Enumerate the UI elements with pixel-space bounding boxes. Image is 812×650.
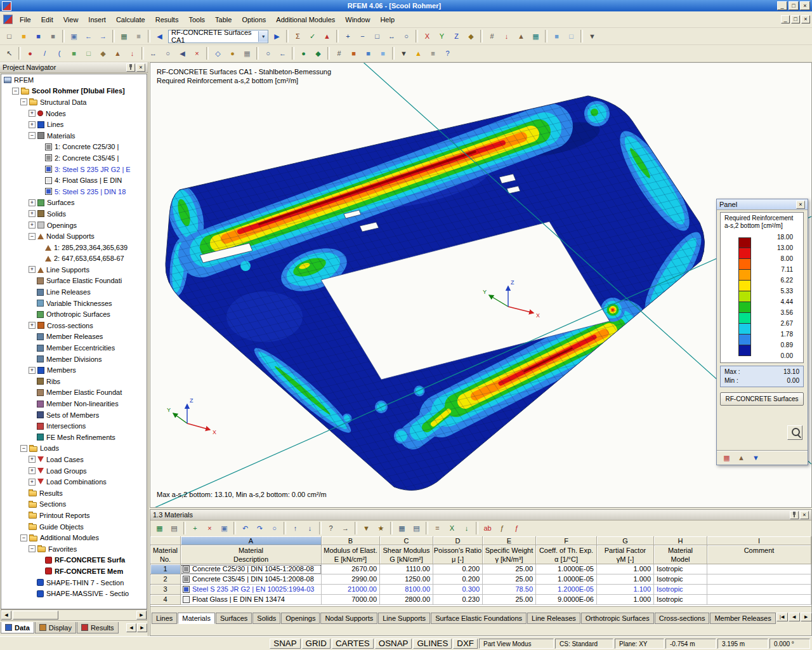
tree-item[interactable]: −Nodal Supports xyxy=(1,230,147,242)
cell-value[interactable]: 21000.00 xyxy=(322,585,380,595)
statusbar-toggle-osnap[interactable]: OSNAP xyxy=(375,639,412,649)
zoom-window-button[interactable]: □ xyxy=(370,29,384,43)
table-tab-member-releases[interactable]: Member Releases xyxy=(710,613,775,624)
tree-item[interactable]: +Openings xyxy=(1,220,147,231)
view-z-button[interactable]: Z xyxy=(449,29,464,43)
tree-item[interactable]: +Load Combinations xyxy=(1,476,147,488)
tree-item[interactable]: +Lines xyxy=(1,119,147,130)
table-tab-line-supports[interactable]: Line Supports xyxy=(378,613,430,624)
copy-button[interactable]: ▣ xyxy=(67,29,81,43)
spell-check-button[interactable]: ab xyxy=(480,521,495,535)
table-close-button[interactable]: × xyxy=(800,511,809,519)
table-grid-button[interactable]: ▦ xyxy=(395,521,409,535)
show-loads-button[interactable]: ↓ xyxy=(499,29,514,43)
rf-concrete-surfaces-button[interactable]: RF-CONCRETE Surfaces xyxy=(720,392,804,406)
tree-item[interactable]: −Additional Modules xyxy=(1,532,147,543)
row-header-1[interactable]: 1 xyxy=(150,564,181,574)
mdi-minimize-button[interactable]: _ xyxy=(781,15,790,23)
row-header-3[interactable]: 3 xyxy=(150,585,181,595)
select-objects-button[interactable]: ↖ xyxy=(2,46,16,60)
panel-close-button[interactable]: × xyxy=(796,201,805,209)
cell-value[interactable]: 1250.00 xyxy=(380,574,433,585)
calculation-button[interactable]: Σ xyxy=(291,29,305,43)
cell-description[interactable]: Float Glass | E DIN EN 13474 xyxy=(181,595,322,605)
cell-value[interactable]: 1110.00 xyxy=(380,564,433,574)
filter-button[interactable]: ▼ xyxy=(359,521,374,535)
tree-expand-icon[interactable]: + xyxy=(29,479,36,486)
formula-fx-button[interactable]: ƒ xyxy=(495,521,509,535)
menu-tools[interactable]: Tools xyxy=(183,13,210,26)
navigator-tab-display[interactable]: Display xyxy=(35,622,76,633)
menu-file[interactable]: File xyxy=(15,13,36,26)
numbering-toggle-button[interactable]: # xyxy=(332,46,346,60)
window-close-button[interactable]: × xyxy=(800,1,810,10)
copy-row-button[interactable]: ▣ xyxy=(217,521,232,535)
tree-item[interactable]: −Structural Data xyxy=(1,96,147,108)
new-line-button[interactable]: / xyxy=(37,46,52,60)
navigator-pin-button[interactable] xyxy=(126,63,135,72)
cell-material-model[interactable]: Isotropic xyxy=(654,574,707,585)
table-tab-scroll-1[interactable]: ◀ xyxy=(789,613,800,621)
table-tab-solids[interactable]: Solids xyxy=(252,613,280,624)
statusbar-toggle-grid[interactable]: GRID xyxy=(302,639,331,649)
tree-item[interactable]: −Favorites xyxy=(1,543,147,555)
snap-toggle-button[interactable]: ● xyxy=(225,46,240,60)
cell-comment[interactable] xyxy=(707,574,811,585)
tree-item[interactable]: Variable Thicknesses xyxy=(1,298,147,309)
zoom-previous-button[interactable]: ← xyxy=(275,46,290,60)
tree-item[interactable]: 5: Steel S 235 | DIN 18 xyxy=(1,186,147,197)
panel-colors-button[interactable]: ▦ xyxy=(719,451,734,465)
show-numbering-button[interactable]: # xyxy=(485,29,499,43)
corner-cell[interactable] xyxy=(150,536,181,545)
tree-item[interactable]: 1: 285,293,364,365,639 xyxy=(1,242,147,253)
scroll-thumb[interactable] xyxy=(13,611,58,620)
tree-item[interactable]: +Surfaces xyxy=(1,197,147,209)
move-view-button[interactable]: ↔ xyxy=(384,29,399,43)
table-pin-button[interactable] xyxy=(790,511,799,519)
tree-item[interactable]: +Solids xyxy=(1,208,147,220)
menu-additional-modules[interactable]: Additional Modules xyxy=(271,13,340,26)
tabs-scroll-right-icon[interactable]: ▶ xyxy=(137,623,147,632)
statusbar-toggle-dxf[interactable]: DXF xyxy=(453,639,478,649)
menu-view[interactable]: View xyxy=(58,13,84,26)
help-button[interactable]: ? xyxy=(440,46,455,60)
column-letter-C[interactable]: C xyxy=(380,536,433,545)
table-select-button[interactable]: ▦ xyxy=(152,521,167,535)
table-tab-openings[interactable]: Openings xyxy=(281,613,320,624)
tree-expand-icon[interactable]: − xyxy=(20,445,27,452)
tree-item[interactable]: +Load Cases xyxy=(1,454,147,465)
tree-item[interactable]: Line Releases xyxy=(1,286,147,298)
tree-item[interactable]: Ribs xyxy=(1,376,147,387)
view-y-button[interactable]: Y xyxy=(435,29,449,43)
tree-item[interactable]: +Members xyxy=(1,364,147,376)
tree-item[interactable]: Member Elastic Foundat xyxy=(1,387,147,399)
grid-toggle-button[interactable]: ▦ xyxy=(240,46,254,60)
background-color-button[interactable]: ■ xyxy=(376,46,390,60)
edit-mirror-button[interactable]: ◀ xyxy=(175,46,190,60)
window-minimize-button[interactable]: _ xyxy=(777,1,787,10)
statusbar-toggle-snap[interactable]: SNAP xyxy=(270,639,300,649)
panel-scale-button[interactable]: ▲ xyxy=(734,451,749,465)
cell-value[interactable]: 9.0000E-06 xyxy=(536,595,597,605)
cell-comment[interactable] xyxy=(707,595,811,605)
display-properties-button[interactable]: ▼ xyxy=(585,29,599,43)
tree-expand-icon[interactable]: + xyxy=(29,222,36,229)
table-tab-cross-sections[interactable]: Cross-sections xyxy=(655,613,710,624)
new-file-button[interactable]: □ xyxy=(2,29,16,43)
table-tab-lines[interactable]: Lines xyxy=(152,613,177,624)
combo-dropdown-icon[interactable]: ▼ xyxy=(258,31,268,42)
previous-load-case-button[interactable]: ◀ xyxy=(152,29,167,43)
tree-item[interactable]: −Materials xyxy=(1,130,147,142)
undo-button[interactable]: ← xyxy=(81,29,96,43)
check-results-button[interactable]: ✓ xyxy=(305,29,320,43)
tree-expand-icon[interactable]: + xyxy=(29,456,36,463)
tree-expand-icon[interactable]: − xyxy=(29,545,36,552)
cell-value[interactable]: 2670.00 xyxy=(322,564,380,574)
import-data-button[interactable]: ↓ xyxy=(459,521,474,535)
delete-row-button[interactable]: × xyxy=(202,521,217,535)
menu-insert[interactable]: Insert xyxy=(83,13,111,26)
goto-button[interactable]: → xyxy=(338,521,353,535)
view-x-button[interactable]: X xyxy=(420,29,435,43)
column-letter-A[interactable]: A xyxy=(181,536,322,545)
tree-item[interactable]: SHAPE-THIN 7 - Section xyxy=(1,577,147,588)
